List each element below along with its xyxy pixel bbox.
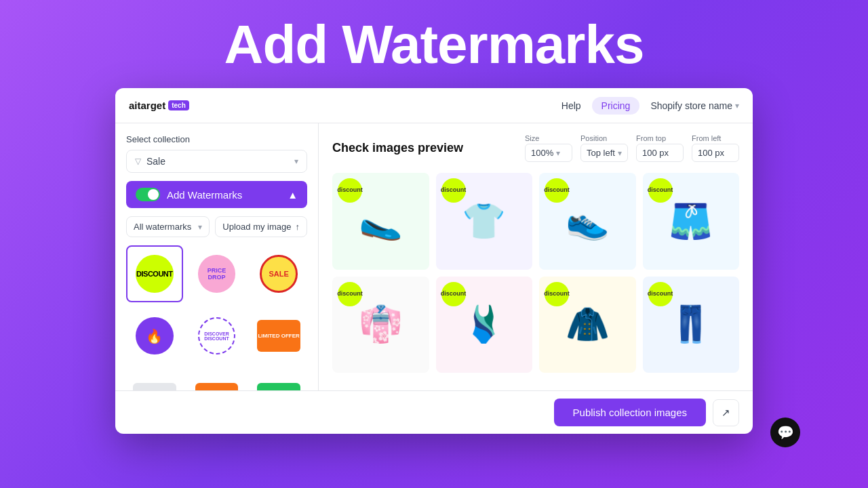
- logo: aitarget tech: [129, 100, 189, 111]
- bottom-bar: Publish collection images ↗: [115, 390, 753, 434]
- from-left-label: From left: [692, 134, 739, 142]
- cashback-sticker: Cashback: [257, 383, 300, 390]
- watermark-discover[interactable]: DISCOVER DISCOUNT: [189, 308, 245, 365]
- filter-chevron-icon: ▾: [198, 222, 202, 232]
- add-watermarks-chevron-icon: ▲: [288, 189, 298, 201]
- controls-row: Size 100% ▾ Position Top left ▾: [525, 134, 739, 162]
- watermark-overlay-6: discount: [441, 282, 466, 306]
- product-cell-7: discount 🧥: [539, 277, 636, 373]
- product-cell-2: discount 👕: [436, 173, 533, 270]
- discount-sticker: discount: [136, 255, 174, 293]
- watermark-pricedrop[interactable]: Price Drop: [189, 245, 245, 302]
- main-panel: Check images preview Size 100% ▾ Positio…: [319, 123, 753, 390]
- watermark-overlay-8: discount: [648, 282, 673, 306]
- store-name: Shopify store name: [650, 100, 732, 111]
- help-link[interactable]: Help: [561, 100, 581, 111]
- watermark-controls: All watermarks ▾ Upload my image ↑: [126, 216, 307, 237]
- product-image-7: 🧥: [566, 304, 610, 345]
- product-image-6: 🩱: [462, 304, 506, 345]
- from-top-label: From top: [636, 134, 684, 142]
- chevron-down-icon: ▾: [735, 101, 739, 110]
- size-value: 100%: [531, 148, 553, 158]
- from-top-value: 100 px: [642, 148, 669, 158]
- watermark-sale[interactable]: SALE: [250, 245, 307, 302]
- product-cell-6: discount 🩱: [436, 277, 533, 373]
- chat-button[interactable]: 💬: [770, 418, 800, 447]
- upload-button[interactable]: Upload my image ↑: [215, 216, 307, 237]
- logo-name: aitarget: [129, 100, 165, 111]
- position-input[interactable]: Top left ▾: [580, 144, 628, 162]
- watermark-overlay-4: discount: [648, 178, 673, 203]
- collection-value: Sale: [146, 156, 165, 167]
- pricing-button[interactable]: Pricing: [592, 97, 640, 115]
- preview-title: Check images preview: [332, 141, 463, 155]
- product-image-8: 👖: [669, 304, 713, 345]
- watermark-fewleft[interactable]: FEW LEFT: [126, 369, 183, 390]
- from-top-control: From top 100 px: [636, 134, 684, 162]
- size-input[interactable]: 100% ▾: [525, 144, 572, 162]
- product-image-5: 👘: [359, 304, 403, 345]
- publish-button[interactable]: Publish collection images: [554, 399, 706, 426]
- logo-badge: tech: [168, 100, 189, 110]
- from-left-input[interactable]: 100 px: [692, 144, 739, 162]
- from-left-control: From left 100 px: [692, 134, 739, 162]
- watermarks-filter-label: All watermarks: [134, 222, 191, 232]
- watermark-limited[interactable]: LIMITED OFFER: [250, 308, 307, 365]
- product-image-4: 🩳: [669, 201, 713, 242]
- add-watermarks-button[interactable]: Add Watermarks ▲: [126, 181, 307, 208]
- external-link-button[interactable]: ↗: [713, 399, 739, 426]
- limited-sticker: LIMITED OFFER: [257, 320, 300, 352]
- add-watermarks-inner: Add Watermarks: [136, 188, 242, 201]
- collection-select-inner: ▽ Sale: [135, 156, 165, 167]
- watermark-hot[interactable]: 🔥: [126, 308, 183, 365]
- hot-sticker: 🔥: [136, 317, 174, 355]
- nav-actions: Help Pricing Shopify store name ▾: [561, 97, 739, 115]
- from-left-value: 100 px: [698, 148, 724, 158]
- discover-sticker: DISCOVER DISCOUNT: [198, 317, 236, 355]
- collection-chevron-icon: ▾: [294, 157, 298, 166]
- sale-sticker: SALE: [260, 255, 298, 293]
- position-control: Position Top left ▾: [580, 134, 628, 162]
- watermark-overlay-7: discount: [545, 282, 569, 306]
- watermarks-toggle[interactable]: [136, 188, 160, 201]
- watermarks-filter-dropdown[interactable]: All watermarks ▾: [126, 216, 210, 237]
- watermark-discount[interactable]: discount: [126, 245, 183, 302]
- watermark-overlay-5: discount: [338, 282, 362, 306]
- chat-icon: 💬: [777, 424, 794, 441]
- from-top-input[interactable]: 100 px: [636, 144, 684, 162]
- fewleft-sticker: FEW LEFT: [133, 383, 176, 390]
- watermark-grid: discount Price Drop SALE 🔥 DISCOVER DISC…: [126, 245, 307, 390]
- product-cell-1: discount 🥿: [332, 173, 429, 270]
- product-image-3: 👟: [566, 201, 610, 242]
- upload-icon: ↑: [296, 222, 300, 232]
- store-selector[interactable]: Shopify store name ▾: [650, 100, 739, 111]
- image-grid: discount 🥿 discount 👕 discount 👟 discoun…: [332, 173, 739, 373]
- product-cell-8: discount 👖: [643, 277, 740, 373]
- size-control: Size 100% ▾: [525, 134, 572, 162]
- watermark-overlay-3: discount: [545, 178, 569, 203]
- watermark-fast[interactable]: ⚡FAST: [189, 369, 245, 390]
- fast-sticker: ⚡FAST: [195, 383, 239, 390]
- app-body: Select collection ▽ Sale ▾ Add Watermark…: [115, 123, 753, 390]
- collection-dropdown[interactable]: ▽ Sale ▾: [126, 150, 307, 173]
- watermark-overlay-1: discount: [338, 178, 362, 203]
- position-label: Position: [580, 134, 628, 142]
- sidebar: Select collection ▽ Sale ▾ Add Watermark…: [115, 123, 319, 390]
- panel-header: Check images preview Size 100% ▾ Positio…: [332, 134, 739, 162]
- watermark-overlay-2: discount: [441, 178, 466, 203]
- product-cell-3: discount 👟: [539, 173, 636, 270]
- product-image-2: 👕: [462, 201, 506, 242]
- app-window: aitarget tech Help Pricing Shopify store…: [115, 88, 753, 434]
- app-header: aitarget tech Help Pricing Shopify store…: [115, 88, 753, 123]
- upload-label: Upload my image: [222, 222, 291, 232]
- size-label: Size: [525, 134, 572, 142]
- hero-title: Add Watermarks: [224, 0, 644, 88]
- position-value: Top left: [587, 148, 615, 158]
- add-watermarks-label: Add Watermarks: [167, 189, 242, 201]
- collection-label: Select collection: [126, 134, 307, 144]
- pricedrop-sticker: Price Drop: [198, 255, 236, 293]
- product-cell-5: discount 👘: [332, 277, 429, 373]
- watermark-cashback[interactable]: Cashback: [250, 369, 307, 390]
- size-chevron-icon: ▾: [556, 148, 560, 158]
- product-image-1: 🥿: [359, 201, 403, 242]
